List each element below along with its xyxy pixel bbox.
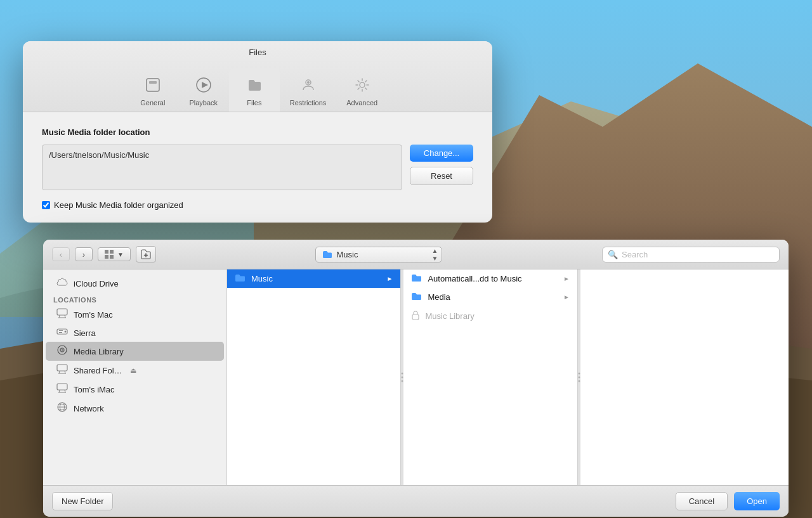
locations-section-label: Locations [43, 292, 226, 305]
location-selector[interactable]: Music ▲ ▼ [315, 247, 442, 262]
file-row-music-library: Music Library [403, 306, 577, 326]
tab-general-label: General [140, 99, 165, 107]
file-pane-2: Automaticall...dd to Music ► Media ► Mus… [403, 269, 577, 485]
tab-restrictions[interactable]: Restrictions [280, 68, 336, 112]
forward-button[interactable]: › [75, 247, 93, 261]
file-row-media[interactable]: Media ► [403, 288, 577, 306]
network-label: Network [74, 404, 104, 413]
resize-dots-1 [402, 373, 403, 382]
change-button[interactable]: Change... [410, 145, 473, 162]
svg-rect-15 [110, 250, 114, 254]
toms-imac-label: Tom's iMac [74, 385, 115, 394]
tab-files-label: Files [247, 99, 261, 107]
media-library-label: Media Library [74, 347, 124, 356]
reset-button[interactable]: Reset [410, 167, 473, 185]
svg-point-12 [307, 81, 310, 84]
sidebar-item-toms-imac[interactable]: Tom's iMac [46, 380, 224, 399]
svg-rect-31 [57, 365, 67, 371]
svg-line-22 [65, 315, 65, 318]
monitor-icon-tosmac [56, 308, 69, 321]
location-chevron-icon: ▲ ▼ [432, 247, 438, 262]
svg-rect-44 [412, 314, 419, 320]
prefs-titlebar: Files General Playback Files [23, 41, 492, 112]
tab-files[interactable]: Files [229, 68, 280, 112]
shared-fol-label: Shared Fol… [74, 366, 122, 375]
advanced-icon [351, 74, 374, 96]
svg-rect-20 [57, 309, 67, 315]
network-icon [56, 402, 69, 415]
media-folder-name: Media [428, 292, 558, 302]
folder-icon-autoadd [411, 273, 422, 284]
sidebar-item-media-library[interactable]: Media Library [46, 342, 224, 361]
section-title: Music Media folder location [42, 127, 473, 137]
eject-icon[interactable]: ⏏ [130, 366, 136, 375]
checkbox-row: Keep Music Media folder organized [42, 200, 473, 210]
keep-organized-checkbox[interactable] [42, 201, 50, 209]
back-button[interactable]: ‹ [52, 247, 70, 261]
svg-rect-16 [105, 255, 108, 259]
playback-icon [192, 74, 215, 96]
folder-icon-music [235, 273, 246, 284]
folder-buttons: Change... Reset [410, 145, 473, 185]
general-icon [141, 74, 164, 96]
music-library-name: Music Library [425, 311, 569, 321]
autoadd-folder-arrow: ► [563, 275, 570, 282]
sidebar-item-shared-fol[interactable]: Shared Fol… ⏏ [46, 361, 224, 380]
svg-point-25 [65, 331, 67, 333]
tab-playback-label: Playback [189, 99, 218, 107]
icloud-icon [56, 278, 69, 289]
tab-advanced[interactable]: Advanced [336, 68, 388, 112]
picker-body: iCloud Drive Locations Tom's Mac Sierra [43, 269, 789, 485]
tab-advanced-label: Advanced [346, 99, 377, 107]
svg-line-21 [59, 315, 60, 318]
resize-handle-2[interactable] [578, 269, 580, 485]
search-icon: 🔍 [608, 250, 618, 259]
view-selector[interactable]: ▼ [98, 247, 131, 261]
new-folder-button[interactable]: New Folder [52, 492, 113, 510]
svg-point-13 [360, 82, 365, 87]
monitor-icon-shared [56, 364, 69, 377]
lock-icon-music-library [411, 310, 420, 322]
sidebar-item-toms-mac[interactable]: Tom's Mac [46, 305, 224, 324]
picker-toolbar: ‹ › ▼ Music ▲ ▼ 🔍 Search [43, 240, 789, 269]
sierra-label: Sierra [74, 328, 96, 338]
toms-mac-label: Tom's Mac [74, 310, 113, 320]
search-box[interactable]: 🔍 Search [602, 247, 780, 262]
svg-rect-14 [105, 250, 108, 254]
icloud-label: iCloud Drive [74, 279, 119, 288]
resize-handle-1[interactable] [401, 269, 403, 485]
restrictions-icon [297, 74, 320, 96]
autoadd-folder-name: Automaticall...dd to Music [428, 274, 558, 283]
svg-rect-8 [149, 81, 157, 84]
media-library-icon [56, 345, 69, 358]
files-icon [243, 74, 266, 96]
svg-marker-10 [202, 82, 208, 88]
sidebar-item-network[interactable]: Network [46, 399, 224, 418]
sidebar-item-sierra[interactable]: Sierra [46, 324, 224, 342]
music-folder-name: Music [251, 274, 382, 283]
hd-icon-sierra [56, 327, 69, 339]
file-row-autoadd[interactable]: Automaticall...dd to Music ► [403, 269, 577, 288]
keep-organized-label: Keep Music Media folder organized [54, 200, 183, 210]
location-name: Music [336, 250, 358, 259]
new-folder-top-button[interactable] [136, 246, 156, 262]
cancel-button[interactable]: Cancel [676, 492, 728, 510]
svg-rect-17 [110, 255, 114, 259]
folder-path-box: /Users/tnelson/Music/Music [42, 145, 402, 190]
file-row-music[interactable]: Music ► [227, 269, 400, 288]
resize-dots-2 [578, 373, 580, 382]
svg-rect-35 [57, 384, 67, 390]
search-placeholder: Search [622, 250, 648, 259]
tab-general[interactable]: General [128, 68, 178, 112]
tab-restrictions-label: Restrictions [290, 99, 326, 107]
monitor-icon-tomsimac [56, 383, 69, 396]
toolbar-tabs: General Playback Files Restrictions [23, 63, 492, 112]
picker-footer: New Folder Cancel Open [43, 485, 789, 517]
picker-sidebar: iCloud Drive Locations Tom's Mac Sierra [43, 269, 227, 485]
tab-playback[interactable]: Playback [178, 68, 229, 112]
sidebar-item-icloud[interactable]: iCloud Drive [46, 275, 224, 292]
folder-path-row: /Users/tnelson/Music/Music Change... Res… [42, 145, 473, 190]
music-folder-arrow: ► [387, 275, 393, 282]
open-button[interactable]: Open [734, 492, 780, 510]
prefs-content: Music Media folder location /Users/tnels… [23, 112, 492, 223]
